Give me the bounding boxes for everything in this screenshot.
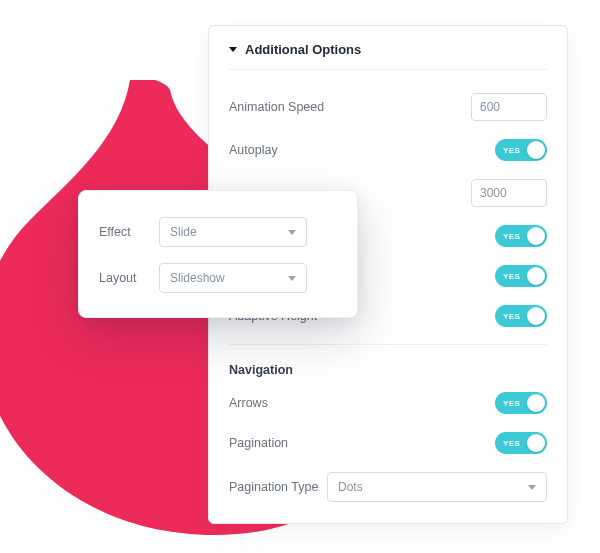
autoplay-label: Autoplay [229,143,278,157]
toggle-knob [527,267,545,285]
effect-row: Effect Slide [99,209,337,255]
layout-row: Layout Slideshow [99,255,337,301]
navigation-header: Navigation [229,349,547,383]
caret-down-icon [229,47,237,52]
effect-select[interactable]: Slide [159,217,307,247]
pagination-type-label: Pagination Type [229,480,318,494]
toggle-knob [527,141,545,159]
toggle-state-text: YES [503,272,520,281]
pagination-type-row: Pagination Type Dots [229,463,547,511]
pagination-row: Pagination YES [229,423,547,463]
autoplay-delay-input[interactable] [471,179,547,207]
toggle-knob [527,434,545,452]
animation-speed-label: Animation Speed [229,100,324,114]
toggle-state-text: YES [503,146,520,155]
divider [229,344,547,345]
autoplay-row: Autoplay YES [229,130,547,170]
select-value: Slideshow [170,271,225,285]
toggle-knob [527,394,545,412]
select-value: Dots [338,480,363,494]
autoplay-toggle[interactable]: YES [495,139,547,161]
layout-label: Layout [99,271,159,285]
toggle-knob [527,227,545,245]
toggle-state-text: YES [503,232,520,241]
arrows-label: Arrows [229,396,268,410]
chevron-down-icon [288,276,296,281]
toggle-knob [527,307,545,325]
layout-select[interactable]: Slideshow [159,263,307,293]
chevron-down-icon [528,485,536,490]
effect-label: Effect [99,225,159,239]
pagination-toggle[interactable]: YES [495,432,547,454]
select-value: Slide [170,225,197,239]
chevron-down-icon [288,230,296,235]
arrows-row: Arrows YES [229,383,547,423]
adaptive-height-toggle[interactable]: YES [495,305,547,327]
hidden-toggle-1[interactable]: YES [495,225,547,247]
toggle-state-text: YES [503,399,520,408]
toggle-state-text: YES [503,439,520,448]
floating-effect-panel: Effect Slide Layout Slideshow [78,190,358,318]
toggle-state-text: YES [503,312,520,321]
hidden-toggle-2[interactable]: YES [495,265,547,287]
arrows-toggle[interactable]: YES [495,392,547,414]
animation-speed-row: Animation Speed [229,84,547,130]
pagination-type-select[interactable]: Dots [327,472,547,502]
section-title: Additional Options [245,42,361,57]
animation-speed-input[interactable] [471,93,547,121]
section-header[interactable]: Additional Options [229,42,547,70]
pagination-label: Pagination [229,436,288,450]
